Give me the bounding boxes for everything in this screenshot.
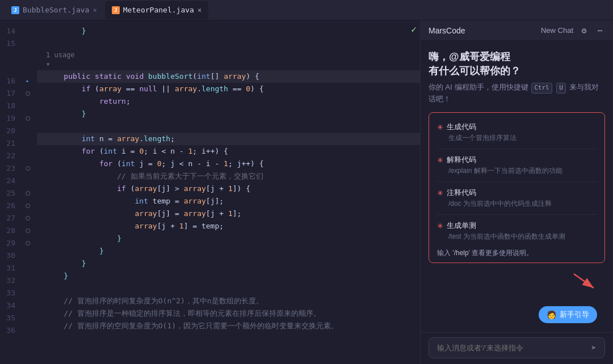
tab-close-icon[interactable]: ×: [93, 6, 96, 14]
shortcut-u: U: [556, 83, 566, 94]
editor-gutter: ✦: [26, 20, 37, 364]
line-numbers: 14 15 . . 16 17 18 19 20 21 22 23 24 25 …: [0, 20, 26, 364]
marscode-star-icon: ✳: [437, 123, 443, 132]
code-line: int n = array.length;: [37, 133, 420, 145]
tab-meteorpanel[interactable]: J MeteorPanel.java ×: [105, 1, 208, 19]
tab-bubblesort[interactable]: J BubbleSort.java ×: [5, 1, 104, 19]
action-card-comment[interactable]: ✳ 注释代码 /doc 为当前选中中的代码生成注释: [429, 183, 604, 213]
action-card-test[interactable]: ✳ 生成单测 /test 为当前选中函数中的函数生成单测: [429, 216, 604, 246]
new-user-guide-button[interactable]: 🧑 新手引导: [539, 306, 597, 323]
action-card-desc: 生成一个冒泡排序算法: [437, 133, 597, 143]
arrow-container: [429, 271, 605, 294]
panel-header: MarsCode New Chat ⚙ ⋯: [421, 20, 613, 41]
java-file-icon-orange: J: [112, 6, 120, 14]
spacer: [429, 294, 605, 303]
action-card-title: ✳ 生成代码: [437, 122, 597, 132]
tab-bar: J BubbleSort.java × J MeteorPanel.java ×: [0, 0, 613, 20]
java-file-icon: J: [11, 6, 19, 14]
send-icon[interactable]: ➤: [591, 342, 597, 353]
code-line: if (array == null || array.length == 0) …: [37, 83, 420, 95]
marscode-panel: MarsCode New Chat ⚙ ⋯ 嗨，@威哥爱编程 有什么可以帮你的？…: [420, 20, 613, 364]
action-card-desc: /doc 为当前选中中的代码生成注释: [437, 199, 597, 209]
divider: [437, 181, 597, 182]
usage-hint: 1 usage: [37, 50, 420, 60]
greeting-title: 嗨，@威哥爱编程 有什么可以帮你的？: [429, 50, 605, 78]
tab-close-icon[interactable]: ×: [198, 6, 201, 14]
code-line: for (int i = 0; i < n - 1; i++) {: [37, 145, 420, 158]
action-card-desc: /test 为当前选中函数中的函数生成单测: [437, 232, 597, 242]
chat-input[interactable]: [437, 344, 586, 352]
code-line: }: [37, 257, 420, 270]
action-card-desc: /explain 解释一下当前选中函数的功能: [437, 166, 597, 176]
code-line: // 冒泡排序的时间复杂度为O(n^2)，其中n是数组的长度。: [37, 295, 420, 307]
settings-icon[interactable]: ⚙: [579, 26, 589, 36]
action-card-explain[interactable]: ✳ 解释代码 /explain 解释一下当前选中函数的功能: [429, 150, 604, 180]
code-line: // 冒泡排序是一种稳定的排序算法，即相等的元素在排序后保持原来的顺序。: [37, 307, 420, 320]
menu-icon[interactable]: ⋯: [595, 26, 605, 36]
panel-title: MarsCode: [429, 26, 535, 35]
red-arrow-icon: [571, 271, 599, 294]
code-line: if (array[j] > array[j + 1]) {: [37, 183, 420, 195]
code-content[interactable]: } 1 usage ▾ public static void bubbleSor…: [37, 20, 420, 364]
code-line: }: [37, 270, 420, 282]
marscode-star-icon: ✳: [437, 189, 443, 197]
code-line: [37, 120, 420, 133]
panel-body: 嗨，@威哥爱编程 有什么可以帮你的？ 你的 AI 编程助手，使用快捷键 Ctrl…: [421, 41, 613, 332]
marscode-star-icon: ✳: [437, 222, 443, 230]
code-line: [37, 282, 420, 295]
action-card-title: ✳ 解释代码: [437, 155, 597, 165]
usage-expand-icon[interactable]: ▾: [37, 60, 420, 68]
code-line: for (int j = 0; j < n - i - 1; j++) {: [37, 158, 420, 170]
tab-label: MeteorPanel.java: [123, 6, 194, 14]
code-line: }: [37, 108, 420, 120]
divider: [437, 214, 597, 215]
action-card-title: ✳ 生成单测: [437, 221, 597, 231]
help-hint: 输入 '/help' 查看更多使用说明。: [429, 246, 604, 258]
code-line: }: [37, 232, 420, 245]
marscode-star-icon: ✳: [437, 156, 443, 164]
guide-button-label: 新手引导: [560, 310, 589, 320]
new-chat-button[interactable]: New Chat: [541, 26, 573, 35]
code-line: public static void bubbleSort(int[] arra…: [37, 70, 420, 83]
code-line: // 冒泡排序的空间复杂度为O(1)，因为它只需要一个额外的临时变量来交换元素。: [37, 320, 420, 332]
code-line: [37, 37, 420, 50]
editor-content: ✓ 14 15 . . 16 17 18 19 20 21 22 23 24 2…: [0, 20, 420, 364]
action-card-title: ✳ 注释代码: [437, 188, 597, 198]
code-line: int temp = array[j];: [37, 195, 420, 208]
success-check-icon: ✓: [411, 24, 417, 35]
chat-input-box: ➤: [429, 337, 605, 358]
greeting-section: 嗨，@威哥爱编程 有什么可以帮你的？ 你的 AI 编程助手，使用快捷键 Ctrl…: [429, 50, 605, 104]
shortcut-ctrl: Ctrl: [531, 83, 552, 94]
code-line: return;: [37, 95, 420, 108]
code-line: // 如果当前元素大于下一个元素，交换它们: [37, 170, 420, 183]
divider: [437, 149, 597, 149]
new-user-guide-container: 🧑 新手引导: [429, 303, 605, 327]
code-line: array[j + 1] = temp;: [37, 220, 420, 232]
main-area: ✓ 14 15 . . 16 17 18 19 20 21 22 23 24 2…: [0, 20, 613, 364]
editor-area: ✓ 14 15 . . 16 17 18 19 20 21 22 23 24 2…: [0, 20, 420, 364]
ai-hint: 你的 AI 编程助手，使用快捷键 Ctrl U 来与我对话吧！: [429, 82, 605, 104]
tab-label: BubbleSort.java: [23, 6, 89, 14]
action-cards: ✳ 生成代码 生成一个冒泡排序算法 ✳ 解释代码 /explain 解释一下当前…: [429, 112, 605, 263]
person-icon: 🧑: [547, 310, 556, 319]
code-line: }: [37, 245, 420, 257]
code-line: array[j] = array[j + 1];: [37, 208, 420, 220]
code-line: }: [37, 25, 420, 37]
chat-input-area: ➤: [421, 332, 613, 364]
action-card-generate[interactable]: ✳ 生成代码 生成一个冒泡排序算法: [429, 117, 604, 147]
